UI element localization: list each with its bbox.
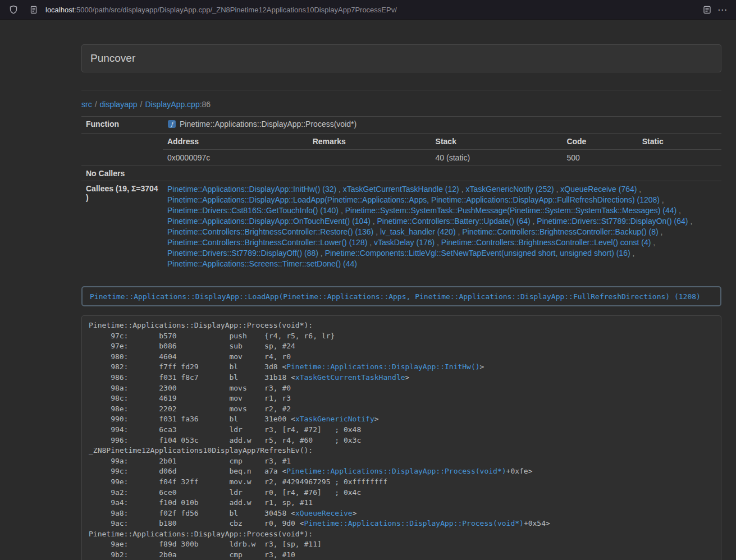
- code-symbol-link[interactable]: xTaskGenericNotify: [295, 415, 374, 423]
- overflow-menu-icon[interactable]: ⋯: [715, 2, 730, 17]
- callee-link[interactable]: Pinetime::Controllers::BrightnessControl…: [167, 227, 373, 236]
- code-symbol-link[interactable]: xQueueReceive: [295, 509, 353, 517]
- no-callers-empty-cell: [163, 166, 721, 181]
- stack-value: 40 (static): [431, 150, 563, 166]
- symbol-table: Function ƒ Pinetime::Applications::Displ…: [81, 116, 721, 272]
- details-table-cell: Address Remarks Stack Code Static 0x0000…: [163, 134, 721, 166]
- callee-link[interactable]: xTaskGetCurrentTaskHandle (12): [343, 185, 459, 194]
- url-bar[interactable]: localhost:5000/path/src/displayapp/Displ…: [26, 2, 397, 17]
- callee-link[interactable]: Pinetime::Drivers::Cst816S::GetTouchInfo…: [167, 206, 339, 215]
- page-info-icon[interactable]: [26, 2, 42, 17]
- code-symbol-link[interactable]: Pinetime::Applications::DisplayApp::Init…: [286, 362, 479, 371]
- callee-link[interactable]: Pinetime::Applications::Screens::Timer::…: [167, 259, 357, 268]
- code-symbol-link[interactable]: Pinetime::Applications::DisplayApp::Proc…: [286, 467, 506, 475]
- highlighted-symbol-panel: Pinetime::Applications::DisplayApp::Load…: [81, 286, 721, 306]
- breadcrumb: src/displayapp/DisplayApp.cpp:86: [81, 100, 721, 109]
- reader-mode-icon[interactable]: [699, 2, 715, 17]
- details-value-row: 0x0000097c 40 (static) 500: [163, 150, 721, 166]
- callee-link[interactable]: Pinetime::Controllers::BrightnessControl…: [462, 227, 658, 236]
- no-callers-label: No Callers: [81, 166, 163, 181]
- details-empty-cell: [81, 134, 163, 166]
- code-symbol-link[interactable]: xTaskGetCurrentTaskHandle: [295, 373, 405, 382]
- highlighted-symbol-link[interactable]: Pinetime::Applications::DisplayApp::Load…: [90, 292, 701, 301]
- callee-link[interactable]: Pinetime::Controllers::BrightnessControl…: [441, 238, 651, 247]
- divider: [81, 90, 721, 90]
- function-icon: ƒ: [167, 120, 176, 130]
- function-name-cell: ƒ Pinetime::Applications::DisplayApp::Pr…: [163, 117, 721, 134]
- breadcrumb-link-file[interactable]: DisplayApp.cpp: [145, 100, 199, 109]
- address-value: 0x0000097c: [163, 150, 308, 166]
- callee-link[interactable]: Pinetime::Components::LittleVgl::SetNewT…: [325, 249, 630, 258]
- static-value: [638, 150, 721, 166]
- column-header-address: Address: [163, 134, 308, 150]
- breadcrumb-line-number: :86: [200, 100, 211, 109]
- callees-cell: Pinetime::Applications::DisplayApp::Init…: [163, 181, 721, 273]
- browser-toolbar: localhost:5000/path/src/displayapp/Displ…: [0, 0, 736, 20]
- callee-link[interactable]: Pinetime::Controllers::BrightnessControl…: [167, 238, 367, 247]
- app-header-panel: Puncover: [81, 44, 721, 72]
- callee-link[interactable]: Pinetime::Applications::DisplayApp::Load…: [167, 195, 660, 204]
- callee-link[interactable]: Pinetime::System::SystemTask::PushMessag…: [345, 206, 677, 215]
- code-symbol-link[interactable]: Pinetime::Applications::DisplayApp::Proc…: [304, 519, 524, 527]
- breadcrumb-link-displayapp[interactable]: displayapp: [100, 100, 138, 109]
- column-header-remarks: Remarks: [308, 134, 431, 150]
- callee-link[interactable]: Pinetime::Drivers::St7789::DisplayOff() …: [167, 249, 318, 258]
- callee-link[interactable]: Pinetime::Controllers::Battery::Update()…: [377, 217, 531, 226]
- breadcrumb-link-src[interactable]: src: [81, 100, 92, 109]
- callee-link[interactable]: Pinetime::Applications::DisplayApp::Init…: [167, 185, 336, 194]
- details-header-row: Address Remarks Stack Code Static: [163, 134, 721, 150]
- callee-link[interactable]: lv_task_handler (420): [380, 227, 456, 236]
- column-header-stack: Stack: [431, 134, 563, 150]
- details-row: Address Remarks Stack Code Static 0x0000…: [81, 134, 721, 166]
- page-title: Puncover: [90, 52, 712, 65]
- callee-link[interactable]: Pinetime::Applications::DisplayApp::OnTo…: [167, 217, 371, 226]
- callee-link[interactable]: Pinetime::Drivers::St7789::DisplayOn() (…: [537, 217, 688, 226]
- function-label-cell: Function: [81, 117, 163, 134]
- column-header-static: Static: [638, 134, 721, 150]
- callee-link[interactable]: xQueueReceive (764): [560, 185, 637, 194]
- shield-icon[interactable]: [6, 2, 21, 17]
- url-path: :5000/path/src/displayapp/DisplayApp.cpp…: [74, 6, 397, 14]
- main-content: Puncover src/displayapp/DisplayApp.cpp:8…: [81, 44, 721, 560]
- remarks-value: [308, 150, 431, 166]
- callees-label: Callees (19, Σ=3704 ): [81, 181, 163, 273]
- callees-row: Callees (19, Σ=3704 ) Pinetime::Applicat…: [81, 181, 721, 273]
- code-size-value: 500: [562, 150, 637, 166]
- callee-link[interactable]: xTaskGenericNotify (252): [465, 185, 554, 194]
- no-callers-row: No Callers: [81, 166, 721, 181]
- function-row: Function ƒ Pinetime::Applications::Displ…: [81, 117, 721, 134]
- url-text: localhost:5000/path/src/displayapp/Displ…: [45, 6, 397, 14]
- callees-list: Pinetime::Applications::DisplayApp::Init…: [167, 184, 717, 269]
- callee-link[interactable]: vTaskDelay (176): [374, 238, 435, 247]
- column-header-code: Code: [562, 134, 637, 150]
- url-host: localhost: [45, 6, 74, 14]
- function-name: Pinetime::Applications::DisplayApp::Proc…: [180, 120, 356, 128]
- breadcrumb-separator: /: [95, 100, 97, 109]
- disassembly: Pinetime::Applications::DisplayApp::Proc…: [81, 315, 721, 560]
- breadcrumb-separator: /: [140, 100, 143, 109]
- details-table: Address Remarks Stack Code Static 0x0000…: [163, 134, 721, 166]
